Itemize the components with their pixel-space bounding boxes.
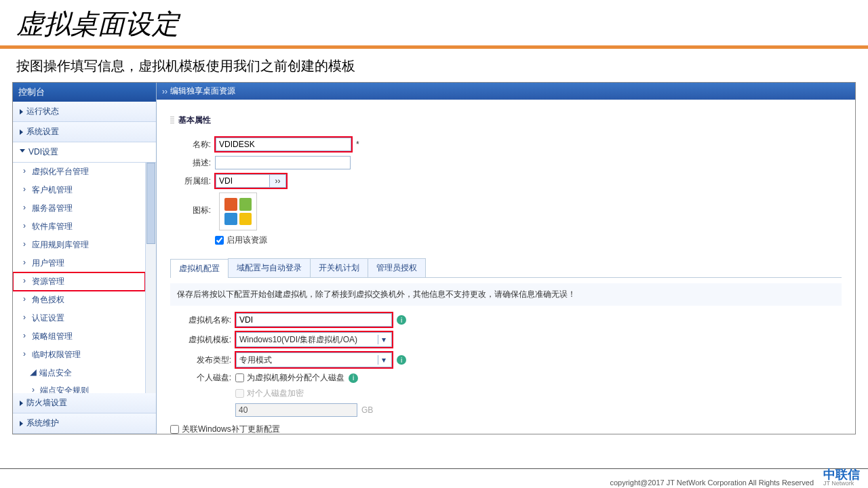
config-note: 保存后将按以下配置开始创建虚拟机，除了桥接到虚拟交换机外，其他信息不支持更改，请…: [170, 283, 842, 306]
caret-down-icon: [20, 149, 25, 155]
required-mark: *: [356, 140, 359, 149]
chevron-down-icon: ▾: [378, 355, 389, 365]
sidebar-sub-client[interactable]: 客户机管理: [13, 181, 145, 199]
info-icon[interactable]: i: [397, 315, 406, 325]
pdisk-enc-checkbox: [235, 389, 244, 398]
vmtpl-select[interactable]: Windows10(VDI/集群虚拟机/OA)▾: [236, 332, 392, 347]
group-picker-button[interactable]: ››: [270, 174, 286, 188]
desc-label: 描述:: [170, 157, 211, 169]
pdisk-unit: GB: [361, 405, 373, 415]
section-label: 基本属性: [178, 115, 211, 126]
brand-logo: 中联信JT Network: [823, 468, 860, 487]
chevrons-icon: ››: [162, 87, 167, 96]
icon-label: 图标:: [170, 205, 211, 216]
sidebar-sub-virtplatform[interactable]: 虚拟化平台管理: [13, 163, 145, 181]
patch-checkbox[interactable]: [170, 425, 179, 434]
caret-right-icon: [20, 109, 23, 115]
copyright: copyright@2017 JT NetWork Corporation Al…: [610, 479, 814, 487]
sidebar-item-label: 运行状态: [26, 106, 59, 117]
sidebar-item-vdi[interactable]: VDI设置: [13, 142, 156, 163]
caret-right-icon: [20, 129, 23, 135]
name-input[interactable]: [216, 138, 351, 151]
pdisk-opt-label: 为虚拟机额外分配个人磁盘: [247, 372, 344, 384]
sidebar-item-label: 系统设置: [26, 126, 59, 138]
caret-right-icon: [20, 421, 23, 426]
sidebar-group-endpoint[interactable]: ◢ 端点安全: [13, 364, 145, 382]
pdisk-checkbox[interactable]: [235, 373, 244, 382]
section-basic: 基本属性: [170, 112, 842, 133]
sidebar-sub-tempperm[interactable]: 临时权限管理: [13, 346, 145, 364]
tab-vmconfig[interactable]: 虚拟机配置: [170, 259, 229, 278]
sidebar-item-firewall[interactable]: 防火墙设置: [13, 393, 156, 413]
pub-select[interactable]: 专用模式▾: [236, 352, 392, 367]
scrollbar-thumb[interactable]: [146, 163, 155, 244]
slide-title: 虚拟桌面设定: [0, 0, 868, 45]
scrollbar-vertical[interactable]: [145, 163, 156, 393]
tab-adminauth[interactable]: 管理员授权: [368, 258, 426, 277]
sidebar-item-label: 防火墙设置: [26, 397, 67, 409]
group-label: 所属组:: [170, 176, 211, 187]
sidebar-sub-server[interactable]: 服务器管理: [13, 199, 145, 218]
main-header-title: 编辑独享桌面资源: [170, 85, 235, 97]
sidebar-group-label: 端点安全: [39, 368, 72, 378]
pdisk-label: 个人磁盘:: [170, 372, 231, 384]
enable-label: 启用该资源: [226, 235, 267, 246]
footer: copyright@2017 JT NetWork Corporation Al…: [610, 468, 860, 487]
vmtpl-value: Windows10(VDI/集群虚拟机/OA): [239, 334, 357, 346]
sidebar-sub-user[interactable]: 用户管理: [13, 254, 145, 272]
vmtpl-label: 虚拟机模板:: [170, 334, 231, 346]
enable-checkbox[interactable]: [215, 236, 224, 245]
desc-input[interactable]: [215, 156, 351, 169]
tabs: 虚拟机配置 域配置与自动登录 开关机计划 管理员授权: [170, 258, 842, 278]
info-icon[interactable]: i: [397, 355, 406, 365]
caret-right-icon: [20, 401, 23, 406]
tab-domain[interactable]: 域配置与自动登录: [228, 258, 311, 277]
pub-label: 发布类型:: [170, 354, 231, 366]
section-dots-icon: [170, 117, 174, 125]
slide-subtitle: 按图操作填写信息，虚拟机模板使用我们之前创建的模板: [0, 54, 868, 82]
sidebar: 控制台 运行状态 系统设置 VDI设置 虚拟化平台管理 客户机管理 服务器管理 …: [13, 83, 157, 434]
sidebar-item-runstatus[interactable]: 运行状态: [13, 102, 156, 122]
sidebar-sub-policy[interactable]: 策略组管理: [13, 327, 145, 346]
divider-orange: [0, 45, 868, 49]
main-panel: ››编辑独享桌面资源 基本属性 名称: * 描述: 所属组: ›› 图标:: [157, 83, 855, 434]
group-input[interactable]: [216, 174, 270, 188]
sidebar-sub-softlib[interactable]: 软件库管理: [13, 218, 145, 236]
vmname-input[interactable]: [236, 313, 392, 327]
sidebar-sub-eprule[interactable]: 端点安全规则: [13, 382, 145, 393]
windows-logo-icon[interactable]: [219, 192, 257, 230]
sidebar-item-label: 系统维护: [26, 418, 59, 429]
chevron-down-icon: ▾: [378, 335, 389, 344]
info-icon[interactable]: i: [349, 373, 358, 383]
main-header: ››编辑独享桌面资源: [157, 83, 855, 100]
sidebar-item-system[interactable]: 系统设置: [13, 122, 156, 142]
sidebar-item-maint[interactable]: 系统维护: [13, 413, 156, 434]
app-frame: 控制台 运行状态 系统设置 VDI设置 虚拟化平台管理 客户机管理 服务器管理 …: [12, 82, 856, 434]
pdisk-enc-label: 对个人磁盘加密: [247, 388, 304, 399]
sidebar-sub-roleauth[interactable]: 角色授权: [13, 291, 145, 309]
sidebar-sub-resource[interactable]: 资源管理: [13, 272, 145, 291]
pdisk-size-input: [235, 403, 357, 417]
sidebar-subtree: 虚拟化平台管理 客户机管理 服务器管理 软件库管理 应用规则库管理 用户管理 资…: [13, 163, 145, 393]
name-label: 名称:: [170, 139, 211, 150]
sidebar-header: 控制台: [13, 83, 156, 102]
patch-label: 关联Windows补丁更新配置: [182, 424, 280, 434]
sidebar-sub-auth[interactable]: 认证设置: [13, 309, 145, 327]
sidebar-item-label: VDI设置: [28, 146, 58, 158]
tab-power[interactable]: 开关机计划: [310, 258, 368, 277]
sidebar-sub-apprule[interactable]: 应用规则库管理: [13, 236, 145, 254]
vmname-label: 虚拟机名称:: [170, 314, 231, 326]
pub-value: 专用模式: [239, 354, 272, 366]
